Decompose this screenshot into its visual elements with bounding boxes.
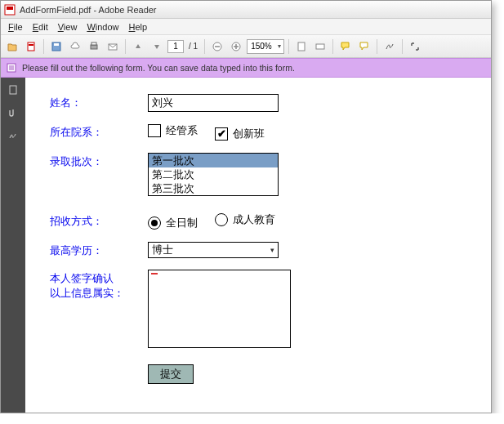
zoom-select[interactable]: 150% (247, 39, 284, 54)
sidebar (1, 78, 25, 413)
fullscreen-icon[interactable] (407, 38, 423, 55)
radio-adult[interactable]: 成人教育 (215, 212, 275, 227)
checkbox-chuangxin[interactable]: ✔创新班 (215, 127, 265, 141)
listbox-batch[interactable]: 第一批次 第二批次 第三批次 (148, 153, 279, 196)
radio-checked-icon (148, 216, 161, 230)
row-mode: 招收方式： 全日制 成人教育 (50, 212, 466, 230)
row-batch: 录取批次： 第一批次 第二批次 第三批次 (50, 153, 466, 196)
svg-rect-15 (316, 44, 324, 49)
label-name: 姓名： (50, 94, 148, 110)
list-item[interactable]: 第二批次 (149, 167, 278, 181)
zoom-out-icon[interactable] (209, 38, 225, 55)
thumbnails-icon[interactable] (6, 83, 20, 97)
label-department: 所在院系： (50, 123, 148, 140)
label-education: 最高学历： (50, 242, 148, 258)
menu-window[interactable]: Window (83, 20, 123, 33)
label-batch: 录取批次： (50, 153, 148, 169)
page-up-icon[interactable] (130, 38, 146, 55)
list-item[interactable]: 第三批次 (149, 181, 278, 195)
signatures-icon[interactable] (6, 128, 20, 143)
row-department: 所在院系： 经管系 ✔创新班 (50, 123, 466, 141)
svg-rect-1 (7, 7, 13, 10)
svg-rect-20 (10, 86, 16, 94)
cloud-icon[interactable] (67, 38, 83, 55)
label-signature: 本人签字确认 以上信息属实： (50, 270, 148, 301)
menu-file[interactable]: File (4, 20, 27, 33)
toolbar: / 1 150% (1, 35, 491, 58)
highlight-icon[interactable] (356, 38, 372, 55)
attachments-icon[interactable] (6, 105, 20, 120)
separator (204, 39, 205, 54)
comment-icon[interactable] (337, 38, 354, 55)
input-name[interactable]: 刘兴 (148, 94, 279, 112)
svg-rect-5 (54, 43, 59, 46)
svg-rect-2 (28, 42, 34, 51)
title-bar: AddFormField.pdf - Adobe Reader (1, 1, 491, 19)
save-icon[interactable] (48, 38, 65, 55)
checkbox-box-icon (148, 124, 161, 137)
row-signature: 本人签字确认 以上信息属实： (50, 270, 466, 348)
mail-icon[interactable] (105, 38, 121, 55)
row-name: 姓名： 刘兴 (50, 94, 466, 112)
separator (402, 39, 403, 54)
app-window: AddFormField.pdf - Adobe Reader File Edi… (0, 0, 492, 413)
form-notice-bar: Please fill out the following form. You … (1, 58, 491, 78)
radio-icon (215, 213, 228, 226)
svg-rect-6 (91, 45, 97, 49)
pdf-icon (4, 4, 16, 16)
fit-width-icon[interactable] (312, 38, 328, 55)
separator (332, 39, 333, 54)
form-icon (6, 62, 17, 74)
list-item[interactable]: 第一批次 (149, 154, 278, 167)
zoom-in-icon[interactable] (228, 38, 244, 55)
separator (125, 39, 126, 54)
window-title: AddFormField.pdf - Adobe Reader (20, 5, 157, 15)
create-pdf-icon[interactable] (23, 38, 39, 55)
document-area: 姓名： 刘兴 所在院系： 经管系 ✔创新班 录取批次： 第一批次 第二批次 第三… (25, 78, 491, 413)
checkbox-jingguan[interactable]: 经管系 (148, 123, 198, 138)
checkbox-box-checked-icon: ✔ (215, 127, 228, 141)
menu-view[interactable]: View (54, 20, 82, 33)
separator (377, 39, 377, 54)
page-number-input[interactable] (167, 40, 184, 53)
open-icon[interactable] (4, 38, 20, 55)
submit-button[interactable]: 提交 (148, 364, 194, 384)
svg-rect-7 (91, 42, 96, 45)
menu-help[interactable]: Help (125, 20, 152, 33)
separator (43, 39, 44, 54)
radio-fulltime[interactable]: 全日制 (148, 216, 198, 230)
separator (288, 39, 289, 54)
notice-text: Please fill out the following form. You … (22, 63, 295, 73)
fit-page-icon[interactable] (293, 38, 310, 55)
label-mode: 招收方式： (50, 212, 148, 229)
print-icon[interactable] (86, 38, 102, 55)
row-education: 最高学历： 博士 (50, 242, 466, 258)
page-total: / 1 (186, 42, 200, 51)
svg-rect-14 (298, 42, 305, 51)
sign-icon[interactable] (381, 38, 398, 55)
body-area: 姓名： 刘兴 所在院系： 经管系 ✔创新班 录取批次： 第一批次 第二批次 第三… (1, 78, 491, 413)
menu-edit[interactable]: Edit (29, 20, 52, 33)
combo-education[interactable]: 博士 (148, 242, 279, 258)
textarea-signature[interactable] (148, 270, 291, 348)
row-submit: 提交 (50, 364, 466, 384)
cursor-icon (151, 273, 158, 274)
menu-bar: File Edit View Window Help (1, 19, 491, 35)
page-down-icon[interactable] (149, 38, 165, 55)
svg-rect-3 (29, 44, 33, 46)
